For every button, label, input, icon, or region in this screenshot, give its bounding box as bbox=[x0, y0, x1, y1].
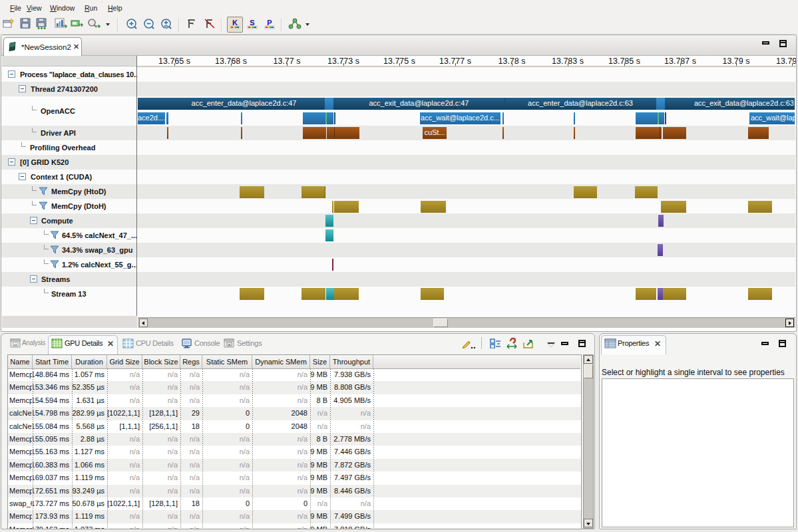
svg-text:P: P bbox=[267, 19, 272, 27]
svg-text:K: K bbox=[232, 19, 238, 27]
svg-text:S: S bbox=[250, 19, 254, 27]
